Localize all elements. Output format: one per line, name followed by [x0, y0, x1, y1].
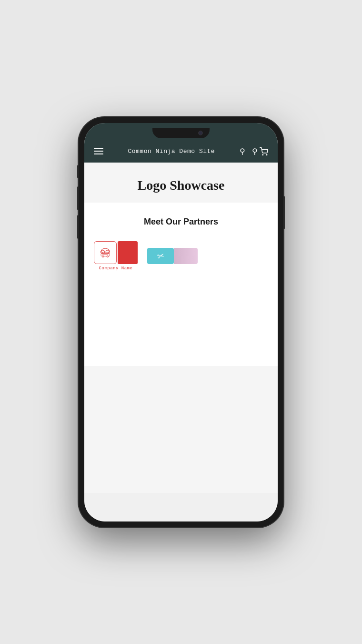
hamburger-menu-button[interactable]	[94, 148, 103, 154]
logo1-red-block	[118, 241, 138, 264]
svg-point-1	[266, 154, 267, 155]
phone-screen: Common Ninja Demo Site ⚲ ⚲ Logo Showcase	[84, 123, 278, 521]
logo1-graphic	[94, 241, 138, 264]
logos-container: Company Name ✂	[94, 241, 268, 271]
logo2-scissors-block: ✂	[147, 248, 174, 264]
logo2-pink-bar	[174, 248, 198, 264]
content-card: Meet Our Partners	[84, 203, 278, 366]
svg-point-0	[262, 154, 263, 155]
logo1-label: Company Name	[99, 266, 133, 271]
page-title: Logo Showcase	[94, 178, 268, 193]
svg-point-7	[102, 256, 104, 257]
notch	[152, 128, 210, 138]
logo-item-1: Company Name	[94, 241, 138, 271]
phone-frame: Common Ninja Demo Site ⚲ ⚲ Logo Showcase	[79, 117, 283, 527]
mute-button	[77, 165, 79, 178]
cart-icon[interactable]: ⚲	[252, 147, 268, 156]
power-button	[283, 196, 285, 229]
front-camera	[198, 131, 203, 135]
logo-item-2: ✂	[147, 248, 198, 264]
volume-down-button	[77, 215, 79, 239]
search-icon[interactable]: ⚲	[240, 147, 245, 156]
scissors-icon: ✂	[156, 250, 165, 262]
footer	[84, 493, 278, 521]
page-title-section: Logo Showcase	[84, 163, 278, 203]
page-content: Logo Showcase Meet Our Partners	[84, 163, 278, 492]
header-icons: ⚲ ⚲	[240, 147, 268, 156]
site-name: Common Ninja Demo Site	[128, 148, 215, 155]
svg-point-8	[107, 256, 109, 257]
cloud-car-icon	[98, 245, 112, 260]
logo1-outline-box	[94, 241, 117, 264]
volume-up-button	[77, 186, 79, 210]
partners-section-title: Meet Our Partners	[94, 217, 268, 227]
